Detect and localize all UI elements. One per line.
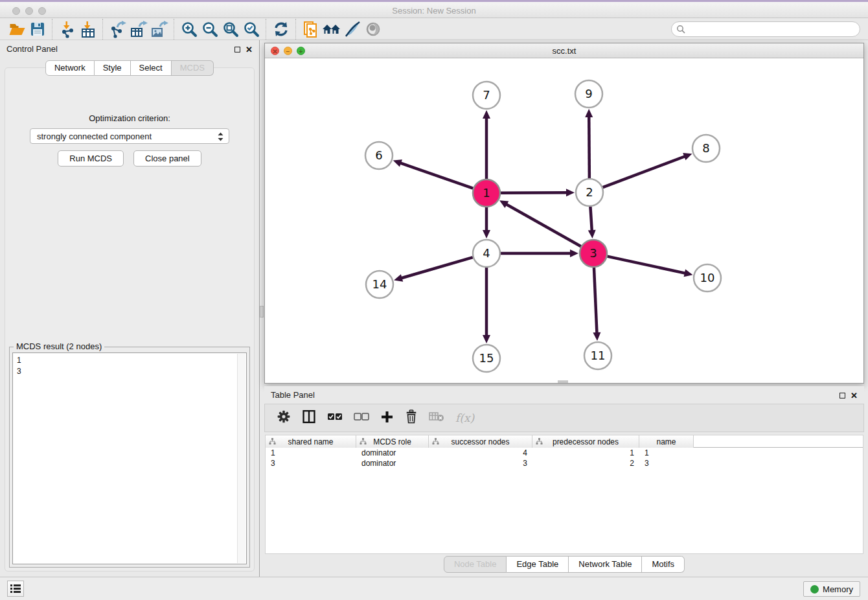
- eye-icon[interactable]: [363, 19, 383, 39]
- checkboxes-unchecked-icon[interactable]: [354, 411, 369, 424]
- houses-icon[interactable]: [321, 19, 342, 39]
- table-row[interactable]: 3dominator323: [266, 458, 863, 468]
- control-panel: Control Panel ✕ NetworkStyleSelectMCDS O…: [0, 40, 260, 577]
- zoom-out-icon[interactable]: [200, 19, 220, 39]
- floppy-save-icon[interactable]: [27, 19, 48, 39]
- mcds-panel: Optimization criterion: strongly connect…: [5, 67, 255, 571]
- status-bar: Memory: [0, 577, 868, 600]
- svg-text:2: 2: [586, 185, 593, 199]
- node-4[interactable]: 4: [473, 240, 500, 267]
- network-window: ✕ − + scc.txt 7968124314101511: [264, 43, 864, 384]
- edge-1-2[interactable]: [501, 192, 567, 193]
- canvas-scrollbar-nub[interactable]: [558, 380, 568, 383]
- zoom-fit-icon[interactable]: [220, 19, 241, 39]
- tab-node-table[interactable]: Node Table: [444, 556, 507, 573]
- splitter-grip[interactable]: [260, 306, 264, 317]
- column-header-mcds-role[interactable]: MCDS role: [356, 435, 429, 448]
- tab-select[interactable]: Select: [131, 60, 172, 76]
- column-header-successor-nodes[interactable]: successor nodes: [429, 435, 532, 448]
- edge-3-1[interactable]: [506, 204, 581, 247]
- cell-mcds-role: dominator: [356, 448, 429, 457]
- node-7[interactable]: 7: [473, 82, 500, 109]
- mcds-result-area[interactable]: 1 3: [12, 352, 247, 564]
- control-panel-tabs: NetworkStyleSelectMCDS: [0, 60, 259, 76]
- edge-1-6[interactable]: [400, 163, 473, 189]
- export-table-icon[interactable]: [128, 19, 149, 39]
- svg-text:1: 1: [483, 186, 490, 200]
- task-history-button[interactable]: [7, 581, 24, 597]
- edge-3-11[interactable]: [594, 268, 597, 334]
- memory-button[interactable]: Memory: [803, 581, 860, 597]
- trash-icon[interactable]: [405, 410, 418, 426]
- node-11[interactable]: 11: [584, 342, 611, 369]
- columns-icon[interactable]: [302, 410, 316, 426]
- toolbar-separator: [291, 19, 296, 40]
- mcds-result-text: 1 3: [13, 353, 246, 379]
- node-3[interactable]: 3: [580, 240, 607, 267]
- tab-network-table[interactable]: Network Table: [569, 556, 642, 573]
- node-1[interactable]: 1: [473, 179, 500, 207]
- float-panel-icon[interactable]: [234, 47, 240, 52]
- brush-icon[interactable]: [342, 19, 363, 39]
- node-9[interactable]: 9: [575, 80, 602, 108]
- edge-3-10[interactable]: [608, 257, 686, 273]
- export-network-icon[interactable]: [108, 19, 128, 39]
- import-table-icon[interactable]: [78, 19, 98, 39]
- import-network-icon[interactable]: [57, 19, 78, 39]
- tab-motifs[interactable]: Motifs: [642, 556, 685, 573]
- close-table-panel-icon[interactable]: ✕: [851, 391, 858, 400]
- node-8[interactable]: 8: [692, 135, 720, 162]
- criterion-dropdown[interactable]: strongly connected component: [30, 128, 229, 144]
- node-2[interactable]: 2: [576, 179, 603, 206]
- copy-network-icon[interactable]: [301, 19, 321, 39]
- toolbar-separator: [262, 19, 266, 40]
- network-canvas[interactable]: 7968124314101511: [265, 58, 863, 383]
- column-header-shared-name[interactable]: shared name: [266, 435, 356, 448]
- edge-arrowhead: [483, 230, 490, 238]
- edge-4-14[interactable]: [401, 257, 473, 278]
- result-scrollbar[interactable]: [237, 354, 246, 563]
- column-header-name[interactable]: name: [639, 435, 694, 448]
- export-image-icon[interactable]: [149, 19, 170, 39]
- criterion-value: strongly connected component: [37, 132, 152, 141]
- close-panel-icon[interactable]: ✕: [246, 45, 253, 54]
- edge-2-9[interactable]: [589, 116, 589, 178]
- edge-2-3[interactable]: [590, 207, 591, 231]
- node-10[interactable]: 10: [694, 264, 721, 292]
- edge-2-8[interactable]: [603, 156, 686, 187]
- run-mcds-button[interactable]: Run MCDS: [58, 150, 124, 167]
- folder-open-icon[interactable]: [6, 19, 27, 39]
- search-icon: [676, 25, 685, 34]
- node-15[interactable]: 15: [473, 345, 500, 372]
- refresh-icon[interactable]: [271, 19, 291, 39]
- column-header-predecessor-nodes[interactable]: predecessor nodes: [532, 435, 639, 448]
- zoom-selected-icon[interactable]: [241, 19, 262, 39]
- tab-network[interactable]: Network: [45, 60, 95, 76]
- search-input[interactable]: [685, 23, 860, 36]
- svg-text:9: 9: [585, 87, 592, 100]
- zoom-in-icon[interactable]: [179, 19, 200, 39]
- search-field[interactable]: [671, 21, 860, 37]
- checkboxes-checked-icon[interactable]: [327, 411, 343, 424]
- table-row[interactable]: 1dominator411: [266, 448, 863, 458]
- table-body: 1dominator4113dominator323: [266, 448, 863, 468]
- table-panel-header: Table Panel ✕: [264, 386, 864, 404]
- delete-table-icon[interactable]: [429, 411, 444, 425]
- plus-icon[interactable]: [380, 410, 394, 426]
- tab-style[interactable]: Style: [95, 60, 131, 76]
- list-icon: [10, 584, 21, 594]
- edge-arrowhead: [570, 249, 578, 257]
- tab-edge-table[interactable]: Edge Table: [507, 556, 569, 573]
- node-6[interactable]: 6: [365, 142, 393, 169]
- edge-arrowhead: [684, 270, 693, 277]
- fx-icon[interactable]: f(x): [455, 411, 474, 424]
- control-panel-title: Control Panel: [6, 44, 58, 54]
- tab-mcds[interactable]: MCDS: [172, 60, 214, 76]
- gear-icon[interactable]: [277, 410, 291, 426]
- table-tabs: Node TableEdge TableNetwork TableMotifs: [264, 556, 864, 573]
- cell-successor-nodes: 4: [429, 448, 532, 457]
- edge-arrowhead: [394, 274, 403, 282]
- float-table-panel-icon[interactable]: [839, 393, 845, 398]
- close-panel-button[interactable]: Close panel: [133, 150, 201, 167]
- node-14[interactable]: 14: [366, 271, 393, 298]
